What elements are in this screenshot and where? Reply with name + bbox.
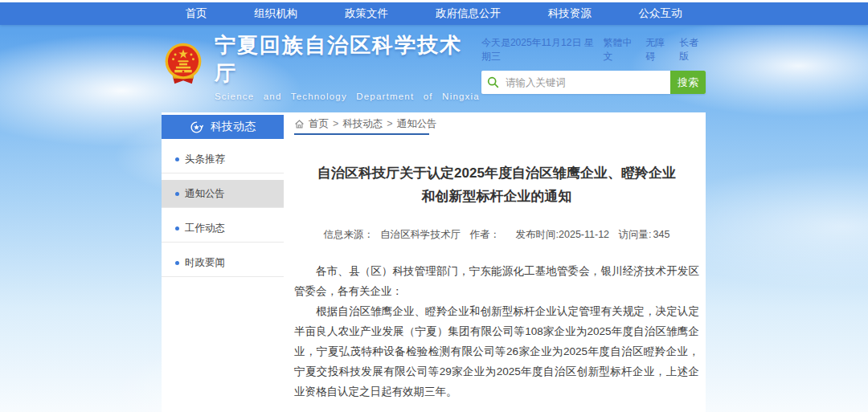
breadcrumb-home[interactable]: 首页 [309,117,329,131]
sidebar-item-notices[interactable]: 通知公告 [162,180,284,208]
meta-author-label: 作者： [470,229,501,240]
bullet-dot-icon [175,157,179,161]
article-body: 各市、县（区）科技管理部门，宁东能源化工基地管委会，银川经济技术开发区管委会，各… [294,261,699,402]
breadcrumb-separator: > [333,118,338,129]
sidebar: 科技动态 头条推荐 通知公告 工作动态 时政要闻 [162,112,284,412]
meta-publish-label: 发布时间: [516,229,559,240]
breadcrumb-sci-trends[interactable]: 科技动态 [342,117,383,131]
link-accessibility[interactable]: 无障碍 [645,36,672,63]
article-title: 自治区科技厅关于认定2025年度自治区雏鹰企业、瞪羚企业 和创新型标杆企业的通知 [294,161,699,208]
content-wrapper: 科技动态 头条推荐 通知公告 工作动态 时政要闻 首页 > 科技动态 > 通 [162,112,706,412]
search-bar: 搜索 [481,71,706,94]
nav-item-organization[interactable]: 组织机构 [254,6,297,21]
search-icon [481,71,506,94]
current-date: 今天是2025年11月12日 星期三 [481,36,604,63]
sidebar-item-label: 通知公告 [185,187,225,201]
article-meta: 信息来源：自治区科学技术厅 作者： 发布时间:2025-11-12 访问量:34… [294,228,699,242]
breadcrumb: 首页 > 科技动态 > 通知公告 [294,112,699,135]
nav-item-home[interactable]: 首页 [185,6,207,21]
bullet-dot-icon [175,261,179,265]
site-title-block: 宁夏回族自治区科学技术厅 Science and Technology Depa… [215,31,481,101]
site-subtitle: Science and Technology Department of Nin… [215,92,481,101]
site-title: 宁夏回族自治区科学技术厅 [215,31,481,88]
site-header: 宁夏回族自治区科学技术厅 Science and Technology Depa… [162,25,706,112]
sidebar-item-label: 工作动态 [185,222,225,235]
nav-item-policy[interactable]: 政策文件 [345,6,388,21]
bullet-dot-icon [175,192,179,196]
sidebar-item-work-trends[interactable]: 工作动态 [162,214,284,243]
site-logo-block[interactable]: 宁夏回族自治区科学技术厅 Science and Technology Depa… [162,43,481,89]
search-input[interactable] [506,71,670,94]
search-button[interactable]: 搜索 [670,71,706,94]
article-paragraph: 根据自治区雏鹰企业、瞪羚企业和创新型标杆企业认定管理有关规定，决定认定半亩良人农… [294,301,699,402]
top-nav-items: 首页 组织机构 政策文件 政府信息公开 科技资源 公众互动 [162,2,706,25]
sidebar-title: 科技动态 [211,120,256,134]
home-icon [294,119,305,129]
sidebar-header[interactable]: 科技动态 [162,115,284,139]
meta-visits-value: 345 [653,229,670,240]
meta-source-value: 自治区科学技术厅 [380,229,461,240]
nav-item-gov-info[interactable]: 政府信息公开 [436,6,501,21]
meta-visits-label: 访问量: [619,229,652,240]
breadcrumb-notices[interactable]: 通知公告 [397,117,437,131]
nav-item-sci-resources[interactable]: 科技资源 [548,6,592,21]
breadcrumb-separator: > [387,118,392,129]
article-title-line1: 自治区科技厅关于认定2025年度自治区雏鹰企业、瞪羚企业 [294,161,699,185]
sidebar-item-headline[interactable]: 头条推荐 [162,145,284,173]
star-refresh-icon [190,120,203,134]
main-content: 首页 > 科技动态 > 通知公告 自治区科技厅关于认定2025年度自治区雏鹰企业… [284,112,706,412]
sidebar-item-politics-news[interactable]: 时政要闻 [162,249,284,277]
top-navbar: 首页 组织机构 政策文件 政府信息公开 科技资源 公众互动 [0,2,868,25]
link-elder-version[interactable]: 长者版 [679,36,706,63]
meta-publish-value: 2025-11-12 [559,229,609,240]
utility-links: 繁體中文 无障碍 长者版 [603,36,706,63]
header-info-line: 今天是2025年11月12日 星期三 繁體中文 无障碍 长者版 [481,36,706,63]
nav-item-public-interaction[interactable]: 公众互动 [639,6,682,21]
bullet-dot-icon [175,226,179,230]
article-title-line2: 和创新型标杆企业的通知 [294,185,699,208]
header-right: 今天是2025年11月12日 星期三 繁體中文 无障碍 长者版 搜索 [481,36,706,112]
sidebar-item-label: 时政要闻 [185,256,225,270]
article-paragraph: 各市、县（区）科技管理部门，宁东能源化工基地管委会，银川经济技术开发区管委会，各… [294,261,699,301]
meta-source-label: 信息来源： [324,229,375,240]
national-emblem-logo [162,43,205,89]
sidebar-item-label: 头条推荐 [185,153,225,166]
link-traditional-chinese[interactable]: 繁體中文 [603,36,638,63]
